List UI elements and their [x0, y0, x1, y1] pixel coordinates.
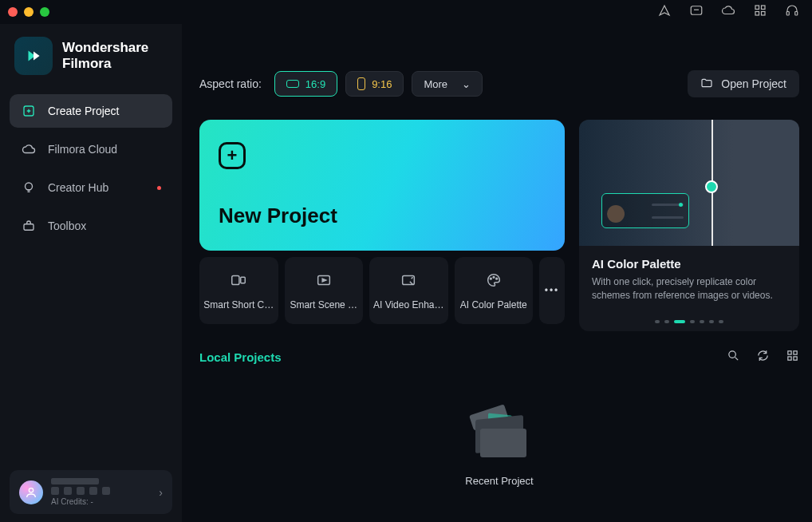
headset-icon[interactable]: [785, 3, 799, 21]
sidebar-item-label: Toolbox: [48, 219, 86, 232]
message-icon[interactable]: [689, 3, 704, 21]
svg-rect-1: [755, 6, 759, 10]
chevron-down-icon: ⌄: [462, 78, 471, 90]
header-actions: [657, 3, 799, 21]
sidebar-item-create-project[interactable]: Create Project: [10, 94, 172, 128]
panels: + New Project Smart Short C… Smart Scene…: [199, 120, 799, 331]
zoom-window-button[interactable]: [40, 7, 49, 17]
sidebar-item-label: Creator Hub: [48, 181, 108, 194]
enhance-icon: [399, 271, 418, 291]
tool-smart-short-clips[interactable]: Smart Short C…: [199, 257, 278, 324]
send-icon[interactable]: [657, 3, 672, 21]
grid-view-icon[interactable]: [786, 349, 799, 366]
carousel-dots[interactable]: [579, 312, 799, 331]
recent-project-label: Recent Project: [465, 475, 533, 487]
plus-icon: +: [219, 142, 246, 169]
svg-rect-23: [788, 357, 791, 360]
user-name-redacted: [51, 478, 99, 484]
sidebar-item-cloud[interactable]: Filmora Cloud: [10, 132, 172, 166]
svg-point-20: [729, 350, 736, 358]
tool-label: Smart Short C…: [203, 299, 274, 310]
cloud-icon[interactable]: [721, 3, 735, 21]
tool-smart-scene[interactable]: Smart Scene …: [285, 257, 364, 324]
user-badges: [51, 487, 151, 495]
feature-card[interactable]: AI Color Palette With one click, precise…: [579, 120, 799, 331]
carousel-dot[interactable]: [700, 320, 704, 323]
tool-label: AI Color Palette: [460, 299, 527, 310]
tool-label: AI Video Enha…: [373, 299, 444, 310]
portrait-icon: [357, 77, 365, 90]
ratio-label: 9:16: [372, 78, 392, 90]
new-project-card[interactable]: + New Project: [199, 120, 565, 251]
svg-rect-24: [794, 357, 797, 360]
search-icon[interactable]: [727, 349, 740, 366]
local-projects-bar: Local Projects: [199, 349, 799, 366]
sidebar-item-toolbox[interactable]: Toolbox: [10, 209, 172, 243]
sidebar-nav: Create Project Filmora Cloud Creator Hub…: [10, 94, 172, 243]
svg-rect-22: [794, 350, 797, 354]
carousel-dot[interactable]: [674, 320, 685, 323]
new-project-label: New Project: [219, 204, 546, 228]
svg-point-18: [493, 276, 495, 278]
feature-desc: With one click, precisely replicate colo…: [592, 275, 786, 303]
landscape-icon: [286, 80, 299, 88]
svg-rect-4: [762, 12, 766, 16]
aspect-ratio-label: Aspect ratio:: [199, 77, 262, 90]
palette-icon: [484, 271, 503, 291]
svg-rect-2: [762, 6, 766, 10]
svg-rect-11: [286, 81, 298, 88]
svg-rect-13: [232, 275, 239, 284]
brand-text-2: Filmora: [62, 56, 148, 72]
aspect-ratio-bar: Aspect ratio: 16:9 9:16 More ⌄ Open Proj…: [199, 70, 799, 97]
app-logo: Wondershare Filmora: [14, 37, 168, 75]
user-info: AI Credits: -: [51, 478, 151, 506]
carousel-dot[interactable]: [719, 320, 723, 323]
tool-ai-video-enhancer[interactable]: AI Video Enha…: [369, 257, 448, 324]
feature-title: AI Color Palette: [592, 257, 786, 271]
clips-icon: [229, 271, 248, 291]
refresh-icon[interactable]: [756, 349, 770, 366]
sidebar: Wondershare Filmora Create Project Filmo…: [0, 24, 182, 522]
window-controls: [8, 7, 49, 17]
scene-icon: [314, 271, 333, 291]
logo-mark: [14, 37, 53, 75]
minimize-window-button[interactable]: [24, 7, 34, 17]
svg-point-8: [26, 183, 33, 190]
sidebar-item-creator-hub[interactable]: Creator Hub: [10, 171, 172, 204]
aspect-ratio-16-9[interactable]: 16:9: [274, 71, 337, 97]
brand-text-1: Wondershare: [62, 40, 148, 56]
tool-cards: Smart Short C… Smart Scene … AI Video En…: [199, 257, 565, 324]
carousel-dot[interactable]: [655, 320, 660, 323]
svg-rect-21: [788, 350, 791, 354]
toolbox-icon: [21, 218, 37, 234]
titlebar: [0, 0, 812, 24]
chevron-right-icon: ›: [159, 486, 163, 499]
aspect-ratio-9-16[interactable]: 9:16: [345, 71, 404, 97]
svg-rect-3: [755, 12, 759, 16]
carousel-dot[interactable]: [664, 320, 669, 323]
feature-image: [579, 120, 799, 246]
open-project-button[interactable]: Open Project: [688, 70, 799, 97]
user-box[interactable]: AI Credits: - ›: [10, 470, 172, 514]
lightbulb-icon: [21, 180, 37, 196]
tool-label: Smart Scene …: [290, 299, 357, 310]
grid-icon[interactable]: [753, 3, 767, 21]
local-projects-title: Local Projects: [199, 350, 282, 364]
carousel-dot[interactable]: [690, 320, 695, 323]
svg-point-17: [490, 278, 491, 279]
main: Aspect ratio: 16:9 9:16 More ⌄ Open Proj…: [182, 24, 812, 522]
svg-rect-12: [358, 78, 365, 90]
cloud-icon: [21, 141, 37, 157]
sidebar-item-label: Create Project: [48, 105, 119, 117]
svg-rect-14: [241, 277, 246, 283]
svg-point-19: [496, 278, 498, 279]
close-window-button[interactable]: [8, 7, 18, 17]
tool-more-button[interactable]: •••: [539, 257, 565, 324]
carousel-dot[interactable]: [709, 320, 714, 323]
plus-square-icon: [21, 103, 37, 119]
svg-rect-6: [795, 12, 798, 16]
ai-credits-label: AI Credits: -: [51, 497, 151, 506]
tool-ai-color-palette[interactable]: AI Color Palette: [455, 257, 534, 324]
aspect-ratio-more[interactable]: More ⌄: [412, 71, 483, 97]
avatar: [19, 480, 43, 504]
